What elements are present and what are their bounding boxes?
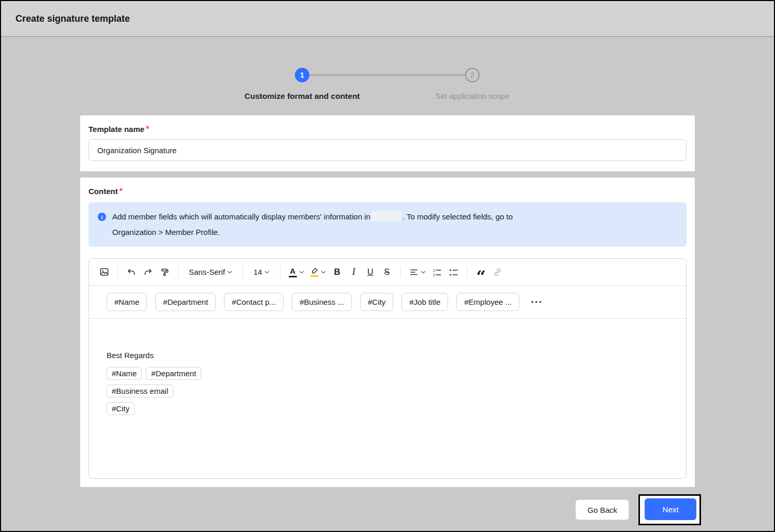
template-name-label-row: Template name* (88, 125, 687, 134)
info-text-before: Add member fields which will automatical… (112, 212, 370, 221)
inserted-field-chip[interactable]: #Business email (107, 385, 173, 397)
toolbar-divider (243, 267, 243, 278)
font-size-select[interactable]: 14 (249, 264, 274, 280)
create-signature-template-page: { "header": { "title": "Create signature… (0, 0, 775, 532)
field-chip-name[interactable]: #Name (107, 293, 147, 311)
text-color-icon: A (289, 267, 297, 277)
ordered-list-icon: 12 (432, 268, 442, 277)
info-text-after: . To modify selected fields, go to (403, 212, 513, 221)
align-icon (409, 268, 419, 277)
footer-actions: Go Back Next (80, 494, 695, 525)
italic-button[interactable]: I (346, 264, 362, 280)
underline-button[interactable]: U (363, 264, 378, 280)
stepper-connector (309, 75, 465, 76)
step-1-label: Customize format and content (244, 92, 360, 101)
info-banner: i Add member fields which will automatic… (88, 202, 687, 247)
next-button-highlight: Next (638, 494, 701, 525)
svg-text:2: 2 (433, 273, 435, 276)
toolbar-divider (178, 267, 178, 278)
field-chip-contact[interactable]: #Contact p... (224, 293, 284, 311)
step-2-circle: 2 (465, 68, 480, 82)
inserted-field-chip[interactable]: #City (107, 402, 135, 415)
editor-chip-row: #Business email (107, 385, 678, 397)
required-asterisk: * (120, 187, 123, 196)
next-button[interactable]: Next (645, 498, 696, 520)
page-title: Create signature template (16, 13, 130, 24)
dialog-header: Create signature template (1, 1, 774, 37)
highlight-color-icon (310, 268, 319, 277)
bullet-list-icon (449, 268, 458, 277)
step-2-label: Set application scope (436, 92, 510, 100)
field-chip-department[interactable]: #Department (155, 293, 216, 311)
info-text: Add member fields which will automatical… (112, 209, 513, 240)
content-label: Content (88, 187, 118, 196)
strikethrough-button[interactable]: S (379, 264, 395, 280)
format-painter-button[interactable] (157, 264, 172, 280)
chevron-down-icon (264, 271, 270, 274)
field-chip-business[interactable]: #Business ... (292, 293, 352, 311)
link-button[interactable] (490, 264, 505, 280)
field-chip-employee[interactable]: #Employee ... (456, 293, 519, 311)
chevron-down-icon (299, 271, 304, 274)
step-1-circle: 1 (295, 68, 309, 82)
more-fields-button[interactable]: ··· (528, 296, 546, 308)
text-color-button[interactable]: A (286, 264, 307, 280)
highlight-color-button[interactable] (308, 264, 329, 280)
toolbar-divider (280, 267, 280, 278)
inserted-field-chip[interactable]: #Name (107, 367, 142, 380)
image-icon (99, 267, 109, 277)
info-text-line2: Organization > Member Profile. (112, 228, 220, 237)
undo-button[interactable] (124, 264, 139, 280)
toolbar-divider (117, 267, 118, 278)
chevron-down-icon (421, 271, 426, 274)
content-label-row: Content* (88, 187, 687, 196)
field-chip-job-title[interactable]: #Job title (401, 293, 448, 311)
redo-button[interactable] (140, 264, 156, 280)
template-name-input[interactable] (88, 139, 687, 161)
align-select[interactable] (407, 264, 428, 280)
font-size-value: 14 (254, 268, 262, 276)
toolbar-divider (400, 267, 401, 278)
font-family-value: Sans-Serif (189, 268, 225, 276)
rich-text-editor: Sans-Serif 14 A (88, 258, 687, 479)
template-name-card: Template name* (80, 115, 695, 171)
field-chip-city[interactable]: #City (360, 293, 393, 311)
editor-toolbar: Sans-Serif 14 A (89, 259, 686, 286)
bullet-list-button[interactable] (446, 264, 461, 280)
editor-chip-row: #Name #Department (107, 367, 678, 380)
bold-icon: B (334, 267, 340, 277)
inserted-field-chip[interactable]: #Department (146, 367, 201, 380)
chevron-down-icon (321, 271, 326, 274)
strikethrough-icon: S (384, 268, 390, 277)
editor-text-line: Best Regards (107, 351, 678, 360)
go-back-button[interactable]: Go Back (575, 499, 629, 520)
insert-image-button[interactable] (96, 264, 112, 280)
svg-text:1: 1 (433, 268, 435, 272)
stepper: 1 2 Customize format and content Set app… (1, 37, 774, 99)
content-card: Content* i Add member fields which will … (80, 178, 695, 487)
chevron-down-icon (227, 271, 232, 274)
ordered-list-button[interactable]: 12 (429, 264, 445, 280)
member-field-chips: #Name #Department #Contact p... #Busines… (89, 286, 686, 319)
editor-chip-row: #City (107, 402, 678, 415)
redo-icon (143, 268, 153, 277)
required-asterisk: * (146, 125, 149, 134)
bold-button[interactable]: B (330, 264, 345, 280)
info-icon: i (98, 213, 106, 221)
editor-content-area[interactable]: Best Regards #Name #Department #Business… (89, 319, 686, 478)
quote-button[interactable]: “ (473, 264, 489, 280)
format-painter-icon (160, 268, 169, 277)
undo-icon (127, 268, 136, 277)
toolbar-divider (467, 267, 468, 278)
underline-icon: U (367, 268, 374, 277)
link-icon (493, 268, 502, 277)
font-family-select[interactable]: Sans-Serif (184, 264, 237, 280)
italic-icon: I (352, 267, 355, 277)
template-name-label: Template name (88, 125, 144, 134)
redacted-text (371, 211, 401, 221)
